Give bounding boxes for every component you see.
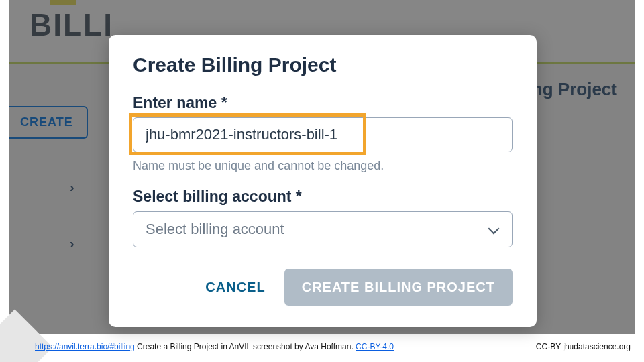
create-billing-project-button[interactable]: CREATE BILLING PROJECT <box>284 269 513 306</box>
chevron-right-icon[interactable]: › <box>70 180 74 195</box>
billing-account-placeholder: Select billing account <box>146 221 284 238</box>
name-label: Enter name * <box>133 94 513 112</box>
name-hint: Name must be unique and cannot be change… <box>133 159 513 173</box>
billing-account-label: Select billing account * <box>133 188 513 206</box>
chevron-right-icon[interactable]: › <box>70 236 74 251</box>
modal-actions: CANCEL CREATE BILLING PROJECT <box>133 269 513 306</box>
create-button-bg[interactable]: CREATE <box>9 106 88 139</box>
billing-account-select[interactable]: Select billing account <box>133 211 513 247</box>
attribution-footer: https://anvil.terra.bio/#billing Create … <box>35 342 631 351</box>
chevron-down-icon <box>488 223 500 235</box>
attribution-text: Create a Billing Project in AnVIL screen… <box>137 342 356 351</box>
create-billing-project-modal: Create Billing Project Enter name * Name… <box>109 35 537 327</box>
attribution-right: CC-BY jhudatascience.org <box>536 342 631 351</box>
license-link[interactable]: CC-BY-4.0 <box>356 342 394 351</box>
cancel-button[interactable]: CANCEL <box>205 280 265 295</box>
source-url-link[interactable]: https://anvil.terra.bio/#billing <box>35 342 135 351</box>
modal-title: Create Billing Project <box>133 54 513 76</box>
breadcrumb-fragment: ng Project <box>532 79 617 100</box>
project-name-input[interactable] <box>133 117 513 152</box>
